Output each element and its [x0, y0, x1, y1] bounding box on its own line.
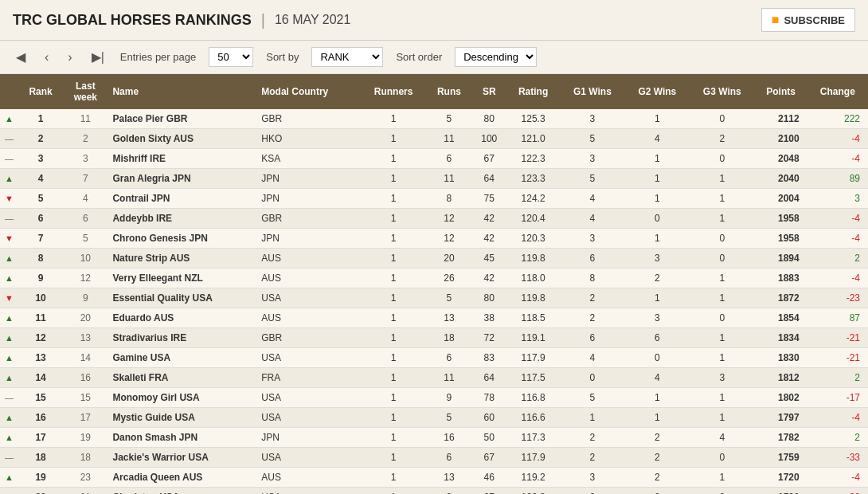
nav-first-button[interactable]: ◀ [13, 48, 29, 66]
sortorder-label: Sort order [396, 51, 442, 63]
sr-cell: 60 [471, 408, 506, 428]
page-title: TRC GLOBAL HORSES RANKINGS | 16 MAY 2021 [13, 11, 350, 29]
change-cell: -33 [807, 448, 868, 468]
points-cell: 1797 [755, 408, 807, 428]
direction-icon: — [5, 154, 14, 163]
runners-cell: 1 [361, 368, 427, 388]
sr-cell: 80 [471, 288, 506, 308]
rank-cell: 13 [18, 348, 63, 368]
runners-cell: 1 [361, 149, 427, 169]
col-change: Change [807, 74, 868, 109]
runners-cell: 1 [361, 129, 427, 149]
name-cell: Charlatan USA [108, 488, 256, 495]
g1wins-cell: 5 [560, 129, 624, 149]
sortby-select[interactable]: RANK NAME POINTS CHANGE [311, 47, 383, 67]
lastweek-cell: 19 [63, 428, 108, 448]
change-cell: -21 [807, 328, 868, 348]
sr-cell: 75 [471, 189, 506, 209]
table-row: — 3 3 Mishriff IRE KSA 1 6 67 122.3 3 1 … [0, 149, 868, 169]
points-cell: 1872 [755, 288, 807, 308]
rating-cell: 117.9 [506, 348, 560, 368]
change-cell: -4 [807, 269, 868, 288]
col-g1wins: G1 Wins [560, 74, 624, 109]
lastweek-cell: 20 [63, 308, 108, 328]
runners-cell: 1 [361, 308, 427, 328]
arrow-cell: — [0, 209, 18, 229]
direction-icon: ▲ [5, 353, 14, 363]
change-cell: 2 [807, 249, 868, 269]
nav-prev-button[interactable]: ‹ [41, 49, 52, 66]
rating-cell: 123.2 [506, 488, 560, 495]
name-cell: Eduardo AUS [108, 308, 256, 328]
table-row: ▲ 19 23 Arcadia Queen AUS AUS 1 13 46 11… [0, 468, 868, 488]
col-rating: Rating [506, 74, 560, 109]
runs-cell: 13 [426, 308, 471, 328]
runners-cell: 1 [361, 288, 427, 308]
direction-icon: — [5, 134, 14, 143]
sortorder-select[interactable]: Descending Ascending [455, 47, 537, 67]
change-cell: 2 [807, 428, 868, 448]
name-cell: Skalleti FRA [108, 368, 256, 388]
g2wins-cell: 4 [625, 368, 690, 388]
name-cell: Addeybb IRE [108, 209, 256, 229]
g3wins-cell: 0 [690, 109, 754, 129]
rankings-table-container: Rank Lastweek Name Modal Country Runners… [0, 74, 868, 494]
runners-cell: 1 [361, 468, 427, 488]
rank-cell: 14 [18, 368, 63, 388]
rating-cell: 117.9 [506, 448, 560, 468]
direction-icon: ▼ [5, 233, 14, 243]
table-row: ▲ 1 11 Palace Pier GBR GBR 1 5 80 125.3 … [0, 109, 868, 129]
g1wins-cell: 6 [560, 328, 624, 348]
runs-cell: 9 [426, 388, 471, 408]
rating-cell: 119.8 [506, 288, 560, 308]
rating-cell: 122.3 [506, 149, 560, 169]
g1wins-cell: 4 [560, 348, 624, 368]
country-cell: USA [256, 288, 361, 308]
country-cell: JPN [256, 169, 361, 189]
points-cell: 1894 [755, 249, 807, 269]
table-row: ▲ 17 19 Danon Smash JPN JPN 1 16 50 117.… [0, 428, 868, 448]
runs-cell: 5 [426, 109, 471, 129]
points-cell: 1958 [755, 209, 807, 229]
g2wins-cell: 1 [625, 388, 690, 408]
runners-cell: 1 [361, 448, 427, 468]
change-cell: -4 [807, 468, 868, 488]
col-runners: Runners [361, 74, 427, 109]
lastweek-cell: 3 [63, 149, 108, 169]
g2wins-cell: 1 [625, 149, 690, 169]
arrow-cell: ▲ [0, 348, 18, 368]
toolbar: ◀ ‹ › ▶| Entries per page 50 10 25 100 S… [0, 41, 868, 74]
rating-cell: 119.1 [506, 328, 560, 348]
nav-last-button[interactable]: ▶| [88, 48, 108, 66]
g2wins-cell: 0 [625, 209, 690, 229]
runs-cell: 5 [426, 408, 471, 428]
g3wins-cell: 4 [690, 428, 754, 448]
col-rank-num: Rank [18, 74, 63, 109]
table-row: ▲ 8 10 Nature Strip AUS AUS 1 20 45 119.… [0, 249, 868, 269]
change-cell: 89 [807, 169, 868, 189]
points-cell: 2112 [755, 109, 807, 129]
g3wins-cell: 0 [690, 229, 754, 249]
sr-cell: 67 [471, 448, 506, 468]
table-row: ▲ 13 14 Gamine USA USA 1 6 83 117.9 4 0 … [0, 348, 868, 368]
direction-icon: ▲ [5, 174, 14, 183]
rank-cell: 2 [18, 129, 63, 149]
rank-cell: 18 [18, 448, 63, 468]
g2wins-cell: 4 [625, 129, 690, 149]
sr-cell: 46 [471, 468, 506, 488]
country-cell: AUS [256, 468, 361, 488]
sr-cell: 50 [471, 428, 506, 448]
entries-select[interactable]: 50 10 25 100 [209, 47, 253, 67]
nav-next-button[interactable]: › [65, 49, 75, 66]
runners-cell: 1 [361, 348, 427, 368]
direction-icon: ▲ [5, 413, 14, 422]
header: TRC GLOBAL HORSES RANKINGS | 16 MAY 2021… [0, 0, 868, 41]
lastweek-cell: 12 [63, 269, 108, 288]
rank-cell: 10 [18, 288, 63, 308]
rank-cell: 12 [18, 328, 63, 348]
change-cell: -23 [807, 288, 868, 308]
subscribe-button[interactable]: ■ SUBSCRIBE [761, 8, 855, 32]
points-cell: 1883 [755, 269, 807, 288]
table-row: ▲ 12 13 Stradivarius IRE GBR 1 18 72 119… [0, 328, 868, 348]
rating-cell: 116.8 [506, 388, 560, 408]
